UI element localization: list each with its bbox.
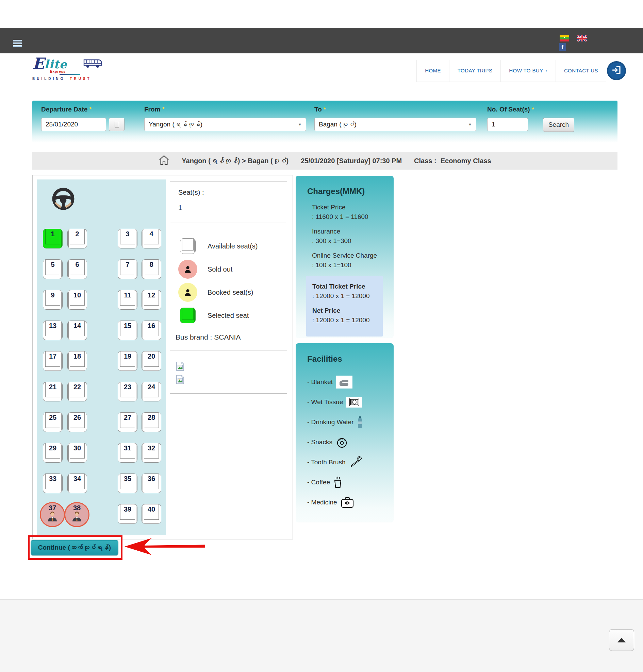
seat-28[interactable]: 28: [142, 412, 161, 432]
seat-8[interactable]: 8: [142, 259, 161, 279]
seat-18[interactable]: 18: [68, 351, 87, 371]
broken-image-icon: [176, 375, 184, 384]
seat-5[interactable]: 5: [43, 259, 63, 279]
available-seat-icon: [180, 238, 196, 254]
seat-map: 1234567891011121314151617181920212223242…: [37, 179, 166, 535]
seat-40[interactable]: 40: [142, 504, 161, 524]
datepicker-button[interactable]: [109, 117, 124, 131]
seat-9[interactable]: 9: [43, 290, 63, 310]
legend-row: Booked seat(s): [170, 281, 287, 304]
seat-17[interactable]: 17: [43, 351, 63, 371]
main-nav: HOMETODAY TRIPSHOW TO BUY▾CONTACT US: [416, 60, 626, 82]
selected-seats-box: Seat(s) : 1: [170, 182, 287, 223]
seat-27[interactable]: 27: [118, 412, 137, 432]
facilities-panel: Facilities - Blanket- Wet Tissue- Drinki…: [296, 343, 393, 522]
seat-23[interactable]: 23: [118, 382, 137, 401]
logo-tagline: BUILDINGTRUST: [32, 77, 111, 80]
seat-row: 13141516: [43, 321, 161, 340]
seat-21[interactable]: 21: [43, 382, 63, 401]
legend-label: Booked seat(s): [207, 289, 253, 296]
facebook-icon[interactable]: f: [559, 43, 566, 51]
seat-row: 1234: [43, 229, 161, 248]
nav-item-home[interactable]: HOME: [416, 60, 449, 82]
seat-22[interactable]: 22: [68, 382, 87, 401]
seat-grid: 1234567891011121314151617181920212223242…: [43, 229, 161, 535]
seat-30[interactable]: 30: [68, 443, 87, 463]
nav-item-today-trips[interactable]: TODAY TRIPS: [449, 60, 501, 82]
seat-6[interactable]: 6: [68, 259, 87, 279]
seats-label: Seat(s) :: [178, 189, 279, 197]
myanmar-flag-icon[interactable]: [560, 35, 569, 41]
continue-button[interactable]: Continue (ဆက်လုပ်ရန်): [31, 540, 118, 555]
facility-row: - Tooth Brush: [307, 452, 393, 472]
page-footer: [0, 599, 643, 672]
chevron-down-icon: ▼: [298, 122, 302, 126]
logo-text-initial: E: [32, 57, 44, 70]
from-select[interactable]: Yangon (ရန်ကုန်)▼: [144, 117, 306, 131]
seat-selection-panel: 1234567891011121314151617181920212223242…: [32, 175, 293, 539]
seat-34[interactable]: 34: [68, 473, 87, 493]
charge-value: : 300 x 1=300: [312, 237, 388, 245]
seat-20[interactable]: 20: [142, 351, 161, 371]
seat-33[interactable]: 33: [43, 473, 63, 493]
medicine-icon: [341, 497, 354, 508]
login-button[interactable]: [607, 61, 626, 80]
nav-item-contact-us[interactable]: CONTACT US: [556, 60, 606, 82]
seat-7[interactable]: 7: [118, 259, 137, 279]
chevron-down-icon: ▼: [468, 122, 472, 126]
seat-11[interactable]: 11: [118, 290, 137, 310]
num-seats-input[interactable]: 1: [487, 117, 528, 131]
seat-36[interactable]: 36: [142, 473, 161, 493]
seat-26[interactable]: 26: [68, 412, 87, 432]
facility-label: - Coffee: [307, 478, 330, 486]
seat-13[interactable]: 13: [43, 321, 63, 340]
seat-14[interactable]: 14: [68, 321, 87, 340]
facility-label: - Medicine: [307, 499, 337, 506]
logo-text-rest: lite: [44, 58, 67, 70]
hamburger-menu-icon[interactable]: [13, 40, 22, 48]
seat-row: 37383940: [43, 504, 161, 524]
seat-3[interactable]: 3: [118, 229, 137, 248]
uk-flag-icon[interactable]: [577, 35, 587, 41]
bus-images-box: [170, 354, 287, 394]
seat-32[interactable]: 32: [142, 443, 161, 463]
scroll-to-top-button[interactable]: [609, 629, 634, 651]
legend-label: Sold out: [207, 265, 232, 273]
charge-value: : 11600 x 1 = 11600: [312, 213, 388, 221]
seat-25[interactable]: 25: [43, 412, 63, 432]
seat-row: 25262728: [43, 412, 161, 432]
charges-total-box: Total Ticket Price: 12000 x 1 = 12000Net…: [306, 276, 383, 336]
trip-datetime: 25/01/2020 [Saturday] 07:30 PM: [301, 157, 402, 165]
departure-date-label: Departure Date*: [41, 106, 92, 113]
seat-row: 29303132: [43, 443, 161, 463]
search-button[interactable]: Search: [543, 117, 574, 132]
legend-row: Sold out: [170, 258, 287, 281]
brand-logo[interactable]: E lite Express BUILDINGTRUST: [32, 57, 111, 80]
snacks-icon: [336, 436, 348, 448]
sold-out-icon: [178, 260, 197, 279]
seat-31[interactable]: 31: [118, 443, 137, 463]
seat-12[interactable]: 12: [142, 290, 161, 310]
seat-39[interactable]: 39: [118, 504, 137, 524]
seat-2[interactable]: 2: [68, 229, 87, 248]
nav-item-how-to-buy[interactable]: HOW TO BUY▾: [500, 60, 556, 82]
departure-date-input[interactable]: 25/01/2020: [41, 117, 106, 131]
seat-4[interactable]: 4: [142, 229, 161, 248]
seat-24[interactable]: 24: [142, 382, 161, 401]
seat-29[interactable]: 29: [43, 443, 63, 463]
to-select[interactable]: Bagan (ပုဂံ)▼: [314, 117, 476, 131]
seat-1[interactable]: 1: [43, 229, 63, 248]
coffee-icon: [333, 476, 342, 488]
seat-row: 17181920: [43, 351, 161, 371]
charge-value: : 100 x 1=100: [312, 261, 388, 269]
charges-panel: Charges(MMK) Ticket Price: 11600 x 1 = 1…: [296, 176, 393, 338]
charge-value: : 12000 x 1 = 12000: [312, 316, 379, 324]
booked-seat-icon: [178, 283, 197, 302]
seat-35[interactable]: 35: [118, 473, 137, 493]
facility-row: - Snacks: [307, 432, 393, 452]
seat-16[interactable]: 16: [142, 321, 161, 340]
seat-row: 9101112: [43, 290, 161, 310]
seat-15[interactable]: 15: [118, 321, 137, 340]
seat-10[interactable]: 10: [68, 290, 87, 310]
seat-19[interactable]: 19: [118, 351, 137, 371]
